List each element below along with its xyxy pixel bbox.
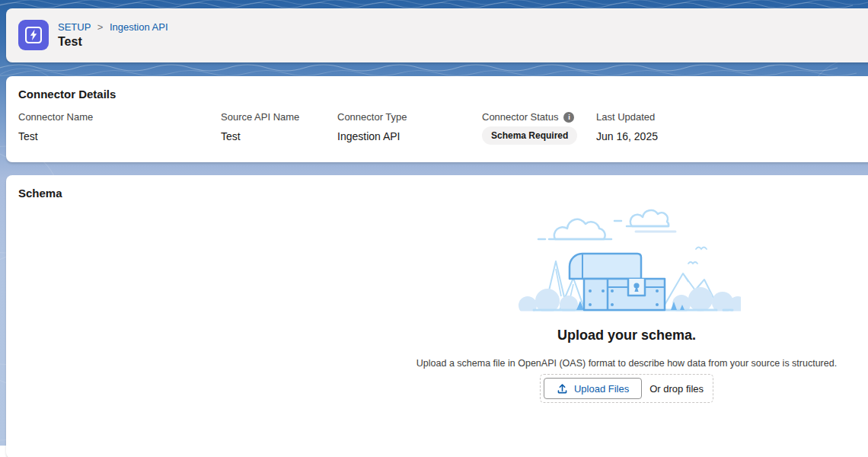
field-label: Source API Name bbox=[221, 111, 337, 123]
breadcrumb-setup-link[interactable]: SETUP bbox=[58, 21, 91, 33]
field-value: Test bbox=[221, 130, 337, 142]
upload-files-label: Upload Files bbox=[574, 383, 629, 395]
or-drop-files-label: Or drop files bbox=[649, 383, 710, 395]
page-header-card: SETUP > Ingestion API Test bbox=[6, 8, 868, 62]
field-source-api-name: Source API Name Test bbox=[221, 111, 337, 145]
upload-files-button[interactable]: Upload Files bbox=[544, 378, 642, 399]
info-icon[interactable]: i bbox=[563, 112, 574, 123]
connector-details-card: Connector Details Connector Name Test So… bbox=[6, 76, 868, 162]
field-label: Connector Type bbox=[337, 111, 482, 123]
field-connector-type: Connector Type Ingestion API bbox=[337, 111, 482, 145]
field-label: Last Updated bbox=[596, 111, 658, 123]
field-label: Connector Name bbox=[18, 111, 221, 123]
file-drop-zone[interactable]: Upload Files Or drop files bbox=[540, 374, 713, 403]
field-connector-name: Connector Name Test bbox=[18, 111, 221, 145]
status-badge: Schema Required bbox=[482, 126, 577, 145]
field-connector-status: Connector Status i Schema Required bbox=[482, 111, 596, 145]
lightning-bolt-icon bbox=[24, 25, 43, 45]
field-value: Jun 16, 2025 bbox=[596, 130, 658, 142]
field-value: Ingestion API bbox=[337, 130, 482, 142]
treasure-chest-illustration bbox=[512, 203, 741, 318]
upload-icon bbox=[557, 383, 568, 395]
breadcrumb: SETUP > Ingestion API bbox=[58, 21, 168, 33]
connector-details-heading: Connector Details bbox=[6, 76, 868, 101]
ingestion-api-app-icon bbox=[18, 20, 49, 50]
page-title: Test bbox=[58, 35, 168, 49]
field-last-updated: Last Updated Jun 16, 2025 bbox=[596, 111, 658, 145]
schema-heading: Schema bbox=[6, 175, 868, 200]
schema-empty-state: Upload your schema. Upload a schema file… bbox=[6, 200, 868, 403]
field-label: Connector Status bbox=[482, 111, 558, 123]
empty-state-description: Upload a schema file in OpenAPI (OAS) fo… bbox=[416, 358, 837, 369]
schema-card: Schema bbox=[6, 175, 868, 457]
breadcrumb-separator: > bbox=[97, 21, 104, 33]
field-value: Test bbox=[18, 130, 221, 142]
connector-details-fields: Connector Name Test Source API Name Test… bbox=[6, 111, 868, 145]
empty-state-title: Upload your schema. bbox=[557, 328, 696, 344]
breadcrumb-ingestion-api-link[interactable]: Ingestion API bbox=[110, 21, 168, 33]
